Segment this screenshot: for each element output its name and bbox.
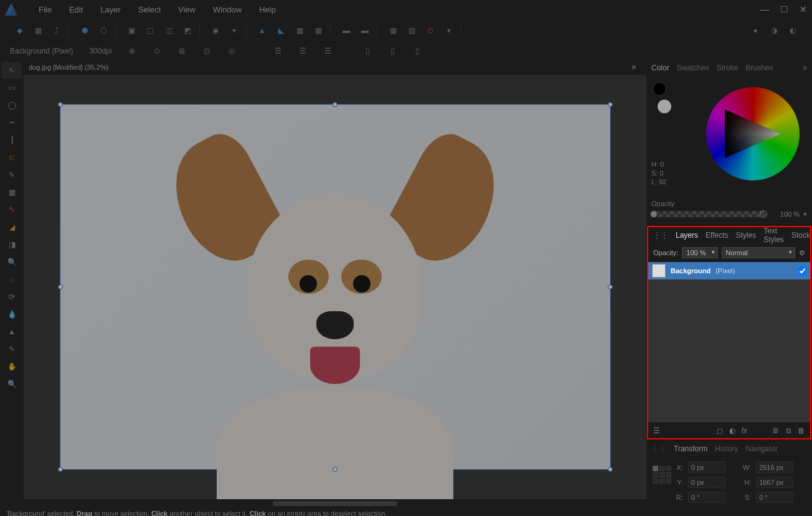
combine-icon[interactable]: ◑ — [766, 22, 782, 39]
align-top-icon[interactable]: ▯ — [359, 43, 375, 59]
document-tab[interactable]: dog.jpg [Modified] (35.2%) — [29, 63, 108, 71]
ctx-opt-1-icon[interactable]: ⊕ — [124, 43, 140, 59]
snap-settings-icon[interactable]: ⬡ — [95, 22, 111, 39]
menu-select[interactable]: Select — [130, 5, 169, 14]
tab-history[interactable]: History — [715, 444, 738, 453]
magnet-icon[interactable]: ⊙ — [422, 22, 438, 39]
ctx-opt-3-icon[interactable]: ⊞ — [174, 43, 190, 59]
panel-grip-icon[interactable]: ⋮⋮ — [653, 231, 668, 240]
arrange-back-icon[interactable]: ▬ — [357, 22, 373, 39]
refine-selection-icon[interactable]: ◩ — [179, 22, 196, 39]
close-button[interactable]: ✕ — [800, 4, 807, 14]
canvas-image[interactable] — [60, 104, 611, 470]
rotate-ccw-icon[interactable]: ▦ — [310, 22, 326, 39]
rotate-cw-icon[interactable]: ▦ — [291, 22, 308, 39]
invert-selection-icon[interactable]: ◫ — [161, 22, 177, 39]
layer-item-background[interactable]: Background (Pixel) — [648, 262, 810, 279]
fill-tool-icon[interactable]: ◢ — [2, 219, 22, 235]
select-all-icon[interactable]: ▣ — [123, 22, 139, 39]
view-tool-icon[interactable]: 🔍 — [2, 376, 22, 392]
snap-dropdown-icon[interactable]: ▾ — [441, 22, 457, 39]
h-input[interactable] — [756, 477, 793, 488]
smudge-tool-icon[interactable]: ⟳ — [2, 289, 22, 305]
maximize-button[interactable]: ☐ — [780, 4, 788, 14]
opacity-slider[interactable] — [651, 211, 766, 217]
paint-brush-tool-icon[interactable]: ✎ — [2, 202, 22, 218]
align-center-icon[interactable]: ☰ — [295, 43, 311, 59]
layer-fx-icon[interactable]: fx — [742, 426, 747, 435]
persona-icon[interactable]: ◆ — [11, 22, 27, 39]
tab-close-button[interactable]: × — [631, 62, 641, 72]
horizontal-scrollbar[interactable] — [24, 499, 646, 508]
tab-stroke[interactable]: Stroke — [717, 63, 739, 72]
selection-handle[interactable] — [608, 467, 613, 472]
tab-effects[interactable]: Effects — [706, 231, 728, 240]
tab-swatches[interactable]: Swatches — [677, 63, 709, 72]
opacity-dropdown-icon[interactable]: ▾ — [803, 210, 807, 218]
y-input[interactable] — [688, 477, 725, 488]
menu-window[interactable]: Window — [204, 5, 250, 14]
distribute-icon[interactable]: ▧ — [404, 22, 420, 39]
menu-help[interactable]: Help — [250, 5, 285, 14]
tab-styles[interactable]: Styles — [736, 231, 757, 240]
tab-navigator[interactable]: Navigator — [746, 444, 778, 453]
hand-tool-icon[interactable]: ✋ — [2, 359, 22, 375]
lasso-tool-icon[interactable]: ⊂ — [2, 149, 22, 166]
canvas-viewport[interactable] — [24, 75, 646, 499]
tab-transform[interactable]: Transform — [674, 444, 707, 453]
selection-handle[interactable] — [333, 467, 338, 472]
x-input[interactable] — [688, 462, 725, 473]
color-triangle[interactable] — [725, 110, 781, 158]
menu-edit[interactable]: Edit — [60, 5, 92, 14]
tab-brushes[interactable]: Brushes — [745, 63, 773, 72]
selection-handle[interactable] — [608, 102, 613, 107]
arrange-front-icon[interactable]: ▬ — [338, 22, 354, 39]
flip-h-icon[interactable]: ▲ — [254, 22, 270, 39]
eyedropper-tool-icon[interactable]: ✎ — [2, 341, 22, 357]
selection-mode-icon[interactable]: ▾ — [226, 22, 242, 39]
r-input[interactable] — [688, 492, 725, 503]
align-left-icon[interactable]: ☰ — [270, 43, 286, 59]
menu-view[interactable]: View — [169, 5, 204, 14]
tab-stock[interactable]: Stock — [791, 231, 810, 240]
layer-group-icon[interactable]: ☰ — [653, 426, 660, 435]
ellipse-marquee-tool-icon[interactable]: ◯ — [2, 97, 22, 113]
selection-handle[interactable] — [58, 102, 63, 107]
layer-duplicate-icon[interactable]: ⧉ — [786, 426, 791, 435]
layer-delete-icon[interactable]: 🗑 — [798, 426, 805, 435]
ctx-opt-2-icon[interactable]: ⊙ — [149, 43, 165, 59]
deselect-icon[interactable]: ▢ — [142, 22, 158, 39]
selection-handle[interactable] — [333, 102, 338, 107]
s-input[interactable] — [756, 492, 793, 503]
column-marquee-tool-icon[interactable]: ┇ — [2, 132, 22, 148]
zoom-tool-icon[interactable]: 🔍 — [2, 254, 22, 270]
layer-add-icon[interactable]: 🗎 — [772, 426, 780, 435]
blur-tool-icon[interactable]: 💧 — [2, 306, 22, 322]
quick-mask-icon[interactable]: ◉ — [207, 22, 224, 39]
selection-handle[interactable] — [608, 284, 613, 289]
layer-settings-icon[interactable]: ⚙ — [799, 249, 805, 257]
ctx-opt-4-icon[interactable]: ⊡ — [199, 43, 215, 59]
add-shape-icon[interactable]: ● — [747, 22, 763, 39]
selection-handle[interactable] — [58, 284, 63, 289]
align-middle-icon[interactable]: ▯ — [384, 43, 400, 59]
layer-adjustment-icon[interactable]: ◐ — [729, 426, 735, 435]
ctx-opt-5-icon[interactable]: ◎ — [224, 43, 240, 59]
tab-layers[interactable]: Layers — [676, 231, 698, 240]
menu-layer[interactable]: Layer — [92, 5, 130, 14]
tab-color[interactable]: Color — [651, 63, 669, 72]
subtract-icon[interactable]: ◐ — [785, 22, 801, 39]
primary-color-swatch[interactable] — [653, 82, 666, 96]
share-icon[interactable]: ⤴ — [49, 22, 65, 39]
minimize-button[interactable]: — — [760, 4, 769, 14]
secondary-color-swatch[interactable] — [658, 100, 671, 113]
row-marquee-tool-icon[interactable]: ┅ — [2, 115, 22, 131]
snapping-icon[interactable]: ⬢ — [77, 22, 93, 39]
flood-select-tool-icon[interactable]: ▦ — [2, 184, 22, 200]
align-bottom-icon[interactable]: ▯ — [409, 43, 425, 59]
panel-menu-icon[interactable]: ≡ — [803, 63, 807, 72]
assistant-icon[interactable]: ▦ — [30, 22, 46, 39]
burn-tool-icon[interactable]: ♨ — [2, 271, 22, 288]
layer-opacity-dropdown[interactable]: 100 % — [682, 247, 717, 258]
blend-mode-dropdown[interactable]: Normal — [722, 247, 795, 258]
